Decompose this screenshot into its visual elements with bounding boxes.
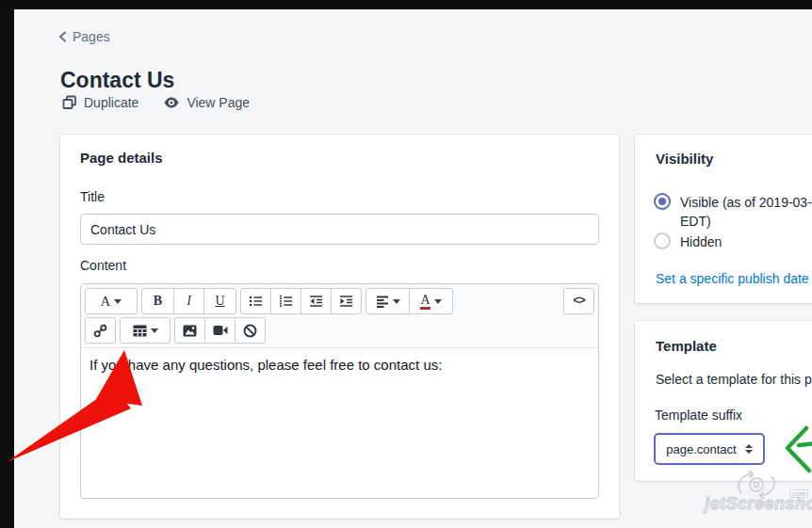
image-icon (183, 325, 197, 337)
insert-video-button[interactable] (204, 317, 235, 344)
watermark-tld: com (789, 489, 808, 498)
watermark: jetScreenshot com (703, 469, 812, 523)
visible-radio-option[interactable]: Visible (as of 2019-03-18 EDT) (654, 193, 812, 231)
editor-toolbar: A B I U (81, 284, 598, 348)
select-updown-icon (745, 444, 753, 454)
italic-glyph: I (187, 294, 191, 309)
page-title: Contact Us (60, 68, 174, 93)
link-icon (93, 324, 107, 338)
table-icon (133, 325, 147, 337)
text-color-icon: A (420, 294, 430, 310)
editor-content-area[interactable]: If you have any questions, please feel f… (81, 348, 598, 381)
text-color-dropdown-button[interactable]: A (409, 288, 453, 314)
chevron-down-icon (114, 299, 122, 304)
outdent-icon (309, 295, 323, 308)
format-dropdown-button[interactable]: A (85, 288, 138, 314)
code-glyph: <> (573, 295, 584, 308)
bullet-list-icon (249, 295, 263, 308)
table-dropdown-button[interactable] (120, 317, 171, 344)
italic-button[interactable]: I (173, 288, 204, 314)
template-description: Select a template for this page. (656, 372, 812, 387)
template-heading: Template (656, 338, 717, 354)
page-details-heading: Page details (80, 150, 163, 166)
insert-image-button[interactable] (174, 317, 205, 344)
breadcrumb[interactable]: Pages (58, 29, 110, 44)
view-page-label: View Page (187, 95, 250, 110)
duplicate-button[interactable]: Duplicate (62, 95, 138, 110)
bold-button[interactable]: B (141, 288, 174, 314)
title-label: Title (80, 189, 105, 204)
content-label: Content (80, 258, 126, 273)
template-suffix-select[interactable]: page.contact (654, 433, 765, 465)
editor-text: If you have any questions, please feel f… (89, 357, 442, 373)
numbered-list-button[interactable] (270, 288, 301, 314)
bullet-list-button[interactable] (240, 288, 271, 314)
set-publish-date-link[interactable]: Set a specific publish date (656, 271, 809, 286)
outdent-button[interactable] (300, 288, 332, 314)
breadcrumb-label: Pages (73, 29, 110, 44)
title-input[interactable] (80, 214, 599, 245)
ban-icon (243, 324, 257, 338)
eye-icon (163, 96, 180, 109)
radio-selected-icon[interactable] (654, 193, 671, 210)
visible-radio-label: Visible (as of 2019-03-18 EDT) (680, 193, 812, 231)
screenshot-frame-left (0, 0, 14, 528)
chevron-down-icon (393, 299, 400, 304)
visibility-heading: Visibility (656, 151, 713, 167)
hidden-radio-option[interactable]: Hidden (654, 232, 722, 251)
clear-formatting-button[interactable] (235, 317, 266, 344)
view-page-button[interactable]: View Page (163, 95, 250, 110)
chevron-down-icon (434, 299, 442, 304)
chevron-down-icon (151, 328, 158, 333)
bold-glyph: B (154, 294, 162, 309)
duplicate-icon (62, 95, 77, 110)
page-details-card: Page details Title Content A B I U (60, 135, 619, 519)
template-card: Template Select a template for this page… (635, 321, 812, 481)
indent-button[interactable] (331, 288, 362, 314)
page-actions: Duplicate View Page (62, 95, 250, 110)
radio-unselected-icon[interactable] (654, 232, 671, 249)
video-camera-icon (213, 325, 228, 336)
link-button[interactable] (85, 317, 116, 344)
chevron-left-icon (58, 31, 67, 42)
indent-icon (339, 295, 353, 308)
underline-glyph: U (215, 294, 224, 309)
screenshot-frame-top (0, 0, 812, 9)
underline-button[interactable]: U (203, 288, 236, 314)
template-suffix-value: page.contact (666, 442, 736, 456)
duplicate-label: Duplicate (84, 95, 138, 110)
code-view-button[interactable]: <> (563, 288, 594, 314)
rich-text-editor: A B I U (80, 283, 599, 499)
template-suffix-label: Template suffix (655, 408, 742, 423)
format-letter: A (101, 294, 111, 310)
align-left-icon (376, 295, 389, 308)
visibility-card: Visibility Visible (as of 2019-03-18 EDT… (635, 135, 812, 303)
numbered-list-icon (279, 295, 293, 308)
hidden-radio-label: Hidden (680, 232, 722, 251)
align-dropdown-button[interactable] (365, 288, 410, 314)
